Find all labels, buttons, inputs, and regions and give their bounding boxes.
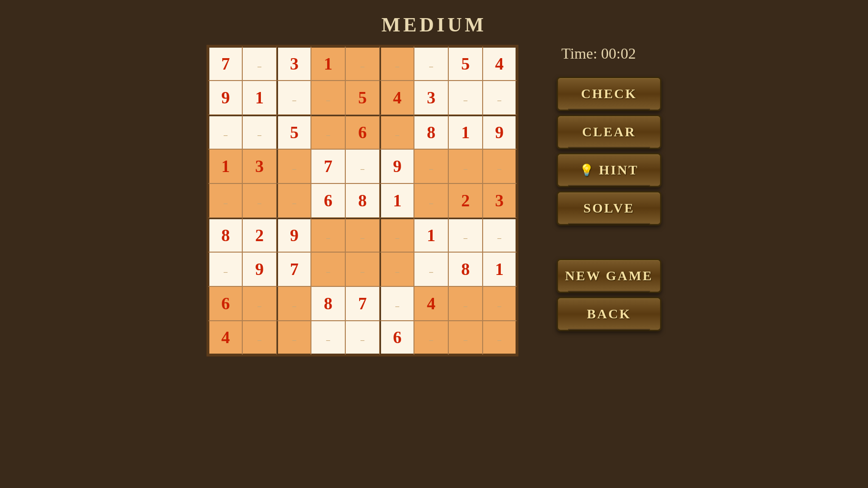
cell-r8-c9[interactable]: _ <box>483 286 517 321</box>
cell-r7-c1[interactable]: _ <box>208 252 242 286</box>
cell-r5-c1[interactable]: _ <box>208 183 242 218</box>
check-button[interactable]: CHECK <box>557 77 661 111</box>
cell-r8-c1[interactable]: 6 <box>208 286 242 321</box>
cell-r2-c5[interactable]: 5 <box>345 81 380 115</box>
cell-r1-c9[interactable]: 4 <box>483 46 517 81</box>
cell-r9-c6[interactable]: 6 <box>380 321 414 355</box>
cell-r1-c7[interactable]: _ <box>414 46 448 81</box>
cell-r7-c3[interactable]: 7 <box>277 252 311 286</box>
cell-r4-c5[interactable]: _ <box>345 149 380 183</box>
cell-r4-c8[interactable]: _ <box>448 149 483 183</box>
action-buttons: CHECK CLEAR 💡 HINT SOLVE <box>557 77 661 225</box>
cell-r6-c8[interactable]: _ <box>448 218 483 252</box>
cell-r9-c9[interactable]: _ <box>483 321 517 355</box>
cell-r7-c2[interactable]: 9 <box>242 252 277 286</box>
cell-r5-c7[interactable]: _ <box>414 183 448 218</box>
cell-r2-c4[interactable]: _ <box>311 81 345 115</box>
cell-r1-c5[interactable]: _ <box>345 46 380 81</box>
cell-r8-c6[interactable]: _ <box>380 286 414 321</box>
cell-r5-c2[interactable]: _ <box>242 183 277 218</box>
cell-r6-c5[interactable]: _ <box>345 218 380 252</box>
cell-r7-c9[interactable]: 1 <box>483 252 517 286</box>
back-button[interactable]: BACK <box>557 297 661 331</box>
cell-r2-c6[interactable]: 4 <box>380 81 414 115</box>
cell-r6-c9[interactable]: _ <box>483 218 517 252</box>
hint-icon: 💡 <box>579 163 595 177</box>
cell-r5-c5[interactable]: 8 <box>345 183 380 218</box>
cell-r1-c4[interactable]: 1 <box>311 46 345 81</box>
new-game-button[interactable]: NEW GAME <box>557 259 661 293</box>
cell-r1-c1[interactable]: 7 <box>208 46 242 81</box>
side-panel: Time: 00:02 CHECK CLEAR 💡 HINT SOLVE NEW… <box>557 45 661 331</box>
cell-r1-c6[interactable]: _ <box>380 46 414 81</box>
cell-r6-c6[interactable]: _ <box>380 218 414 252</box>
clear-button[interactable]: CLEAR <box>557 115 661 149</box>
cell-r7-c4[interactable]: _ <box>311 252 345 286</box>
cell-r7-c8[interactable]: 8 <box>448 252 483 286</box>
cell-r3-c8[interactable]: 1 <box>448 115 483 149</box>
cell-r3-c1[interactable]: _ <box>208 115 242 149</box>
cell-r5-c4[interactable]: 6 <box>311 183 345 218</box>
cell-r4-c7[interactable]: _ <box>414 149 448 183</box>
cell-r2-c9[interactable]: _ <box>483 81 517 115</box>
cell-r5-c8[interactable]: 2 <box>448 183 483 218</box>
cell-r8-c8[interactable]: _ <box>448 286 483 321</box>
cell-r6-c2[interactable]: 2 <box>242 218 277 252</box>
cell-r9-c4[interactable]: _ <box>311 321 345 355</box>
cell-r5-c6[interactable]: 1 <box>380 183 414 218</box>
page-title: MEDIUM <box>382 13 486 36</box>
cell-r6-c4[interactable]: _ <box>311 218 345 252</box>
cell-r3-c7[interactable]: 8 <box>414 115 448 149</box>
cell-r7-c6[interactable]: _ <box>380 252 414 286</box>
cell-r1-c3[interactable]: 3 <box>277 46 311 81</box>
solve-button[interactable]: SOLVE <box>557 191 661 225</box>
cell-r2-c2[interactable]: 1 <box>242 81 277 115</box>
cell-r3-c4[interactable]: _ <box>311 115 345 149</box>
cell-r8-c5[interactable]: 7 <box>345 286 380 321</box>
cell-r1-c2[interactable]: _ <box>242 46 277 81</box>
sudoku-grid-container: 7_31___5491__543____5_6_81913_7_9______6… <box>207 45 518 356</box>
cell-r3-c9[interactable]: 9 <box>483 115 517 149</box>
cell-r4-c1[interactable]: 1 <box>208 149 242 183</box>
cell-r5-c9[interactable]: 3 <box>483 183 517 218</box>
cell-r2-c3[interactable]: _ <box>277 81 311 115</box>
hint-button[interactable]: 💡 HINT <box>557 153 661 187</box>
cell-r1-c8[interactable]: 5 <box>448 46 483 81</box>
cell-r9-c3[interactable]: _ <box>277 321 311 355</box>
cell-r9-c5[interactable]: _ <box>345 321 380 355</box>
cell-r4-c6[interactable]: 9 <box>380 149 414 183</box>
nav-buttons: NEW GAME BACK <box>557 259 661 331</box>
cell-r8-c4[interactable]: 8 <box>311 286 345 321</box>
cell-r4-c3[interactable]: _ <box>277 149 311 183</box>
cell-r7-c7[interactable]: _ <box>414 252 448 286</box>
cell-r9-c8[interactable]: _ <box>448 321 483 355</box>
cell-r3-c2[interactable]: _ <box>242 115 277 149</box>
cell-r4-c4[interactable]: 7 <box>311 149 345 183</box>
cell-r2-c1[interactable]: 9 <box>208 81 242 115</box>
cell-r8-c7[interactable]: 4 <box>414 286 448 321</box>
cell-r3-c3[interactable]: 5 <box>277 115 311 149</box>
cell-r8-c2[interactable]: _ <box>242 286 277 321</box>
cell-r4-c9[interactable]: _ <box>483 149 517 183</box>
timer-display: Time: 00:02 <box>561 45 636 62</box>
cell-r6-c7[interactable]: 1 <box>414 218 448 252</box>
cell-r5-c3[interactable]: _ <box>277 183 311 218</box>
cell-r3-c5[interactable]: 6 <box>345 115 380 149</box>
cell-r7-c5[interactable]: _ <box>345 252 380 286</box>
cell-r8-c3[interactable]: _ <box>277 286 311 321</box>
cell-r9-c7[interactable]: _ <box>414 321 448 355</box>
cell-r6-c1[interactable]: 8 <box>208 218 242 252</box>
cell-r6-c3[interactable]: 9 <box>277 218 311 252</box>
cell-r2-c8[interactable]: _ <box>448 81 483 115</box>
cell-r3-c6[interactable]: _ <box>380 115 414 149</box>
cell-r9-c1[interactable]: 4 <box>208 321 242 355</box>
cell-r9-c2[interactable]: _ <box>242 321 277 355</box>
cell-r2-c7[interactable]: 3 <box>414 81 448 115</box>
cell-r4-c2[interactable]: 3 <box>242 149 277 183</box>
sudoku-grid[interactable]: 7_31___5491__543____5_6_81913_7_9______6… <box>207 45 518 356</box>
